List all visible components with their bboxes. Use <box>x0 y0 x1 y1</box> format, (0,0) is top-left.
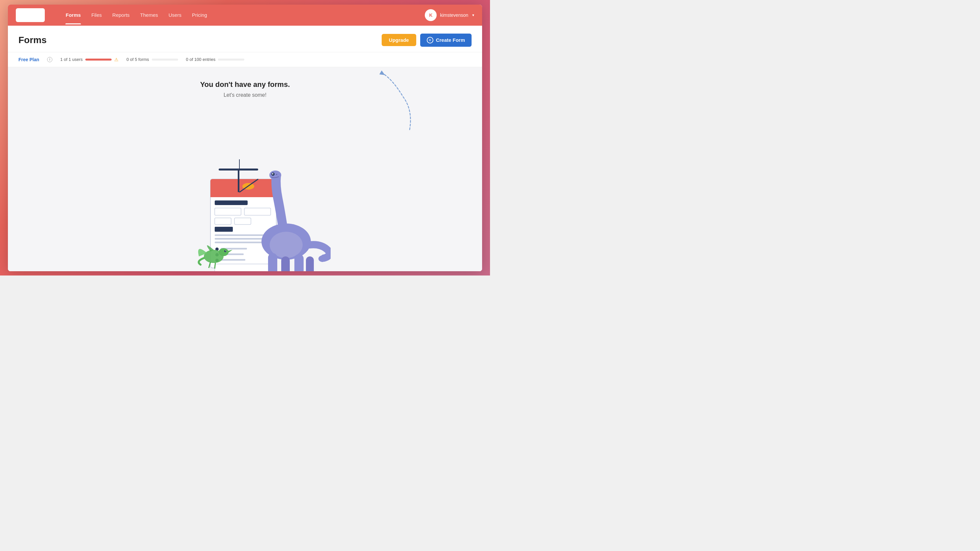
users-stat-text: 1 of 1 users <box>60 57 83 62</box>
avatar[interactable]: K <box>425 9 437 21</box>
svg-rect-10 <box>215 227 233 232</box>
nav-item-files[interactable]: Files <box>86 6 107 24</box>
svg-point-42 <box>318 256 326 262</box>
nav-right: K kimstevenson ▾ <box>425 9 474 21</box>
upgrade-button[interactable]: Upgrade <box>382 34 416 46</box>
empty-title: You don't have any forms. <box>200 80 290 89</box>
plan-bar: Free Plan i 1 of 1 users ⚠ 0 of 5 forms <box>8 52 482 67</box>
illustration <box>159 126 331 271</box>
nav-item-reports[interactable]: Reports <box>107 6 135 24</box>
warning-icon: ⚠ <box>114 57 119 62</box>
svg-rect-21 <box>238 169 239 192</box>
svg-line-31 <box>215 263 215 268</box>
svg-rect-40 <box>294 254 304 271</box>
svg-rect-11 <box>215 234 271 236</box>
svg-rect-13 <box>215 241 267 243</box>
svg-rect-12 <box>215 238 262 240</box>
entries-stat-text: 0 of 100 entries <box>186 57 216 62</box>
svg-point-26 <box>219 248 229 256</box>
username: kimstevenson <box>440 13 468 18</box>
svg-rect-6 <box>215 208 241 215</box>
forms-stat: 0 of 5 forms <box>126 57 178 62</box>
nav-link-themes[interactable]: Themes <box>135 6 163 24</box>
svg-point-32 <box>269 170 281 180</box>
plus-circle-icon: + <box>427 37 433 43</box>
page-title: Forms <box>18 35 47 45</box>
svg-rect-8 <box>215 218 231 224</box>
forms-progress-bar <box>152 59 178 60</box>
svg-rect-7 <box>244 208 271 215</box>
svg-rect-41 <box>306 256 314 271</box>
svg-point-29 <box>225 251 226 251</box>
svg-point-35 <box>276 174 277 175</box>
forms-card: Forms Upgrade + Create Form Free Plan i … <box>8 26 482 271</box>
nav-item-themes[interactable]: Themes <box>135 6 163 24</box>
nav-item-pricing[interactable]: Pricing <box>187 6 212 24</box>
navigation: wufoo by SurveyMonkey Forms Files Report… <box>8 5 482 26</box>
users-stat: 1 of 1 users ⚠ <box>60 57 119 62</box>
chevron-down-icon[interactable]: ▾ <box>472 13 474 17</box>
nav-item-forms[interactable]: Forms <box>60 6 86 24</box>
nav-link-pricing[interactable]: Pricing <box>187 6 212 24</box>
create-form-label: Create Form <box>436 37 465 43</box>
svg-point-28 <box>224 250 226 252</box>
logo: wufoo by SurveyMonkey <box>16 8 50 22</box>
nav-link-forms[interactable]: Forms <box>60 6 86 24</box>
main-content: Forms Upgrade + Create Form Free Plan i … <box>8 26 482 271</box>
dashed-arrow-decoration <box>344 70 416 136</box>
create-form-button[interactable]: + Create Form <box>420 33 472 47</box>
nav-link-files[interactable]: Files <box>86 6 107 24</box>
entries-progress-bar <box>218 59 244 60</box>
empty-state: You don't have any forms. Let's create s… <box>8 67 482 271</box>
svg-rect-3 <box>210 189 276 197</box>
forms-stat-text: 0 of 5 forms <box>126 57 149 62</box>
header-actions: Upgrade + Create Form <box>382 33 472 47</box>
nav-link-reports[interactable]: Reports <box>107 6 135 24</box>
forms-header: Forms Upgrade + Create Form <box>8 26 482 52</box>
svg-rect-39 <box>281 256 290 271</box>
svg-rect-5 <box>215 200 248 205</box>
entries-stat: 0 of 100 entries <box>186 57 245 62</box>
svg-rect-19 <box>221 259 245 261</box>
svg-rect-20 <box>215 264 271 271</box>
info-icon[interactable]: i <box>47 57 52 62</box>
empty-subtitle: Let's create some! <box>224 92 266 98</box>
svg-rect-38 <box>268 253 277 271</box>
svg-marker-0 <box>379 70 385 75</box>
logo-sub: by SurveyMonkey <box>18 17 42 21</box>
svg-rect-9 <box>234 218 251 224</box>
free-plan-link[interactable]: Free Plan <box>18 57 39 62</box>
nav-list: Forms Files Reports Themes Users Pricing <box>60 6 425 24</box>
svg-rect-22 <box>219 168 258 170</box>
logo-text: wufoo <box>18 10 39 17</box>
users-progress-bar <box>85 59 111 60</box>
svg-point-34 <box>272 173 273 175</box>
nav-link-users[interactable]: Users <box>163 6 187 24</box>
nav-item-users[interactable]: Users <box>163 6 187 24</box>
users-progress-fill <box>85 59 111 60</box>
